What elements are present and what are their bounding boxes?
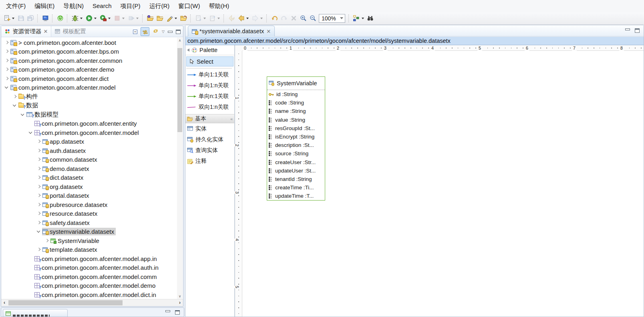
commit-dropdown[interactable]	[203, 18, 206, 19]
expander-icon[interactable]	[36, 201, 42, 208]
update-button[interactable]	[208, 14, 217, 23]
entity-field-code[interactable]: code :String	[267, 98, 325, 107]
minimize-icon[interactable]	[165, 310, 170, 312]
expander-icon[interactable]	[4, 75, 10, 82]
search-highlight-button[interactable]	[165, 14, 174, 23]
refresh-icon[interactable]	[153, 28, 159, 36]
redo-button[interactable]	[280, 14, 288, 23]
scroll-up-icon[interactable]: ∧	[177, 38, 183, 43]
open-directory-button[interactable]	[155, 14, 164, 23]
expander-icon[interactable]	[36, 183, 42, 190]
tree-item[interactable]: com.primeton.gocom.afcenter.entity	[1, 119, 177, 128]
open-console-button[interactable]	[41, 14, 50, 23]
tree-item[interactable]: com.primeton.gocom.afcenter.model.demo	[1, 281, 177, 291]
collapse-all-icon[interactable]	[133, 30, 137, 34]
search-highlight-dropdown[interactable]	[175, 18, 177, 19]
minimize-icon[interactable]	[168, 31, 173, 33]
tree-item[interactable]: > com.primeton.gocom.afcenter.boot	[1, 38, 177, 47]
entity-field-name[interactable]: name :String	[267, 107, 325, 115]
expander-icon[interactable]	[20, 111, 26, 118]
commit-button[interactable]	[194, 14, 203, 23]
menu-file[interactable]: 文件(F)	[2, 0, 30, 12]
expander-icon[interactable]	[36, 147, 42, 154]
palette-tool-select[interactable]: Select	[186, 56, 233, 66]
palette-pin-icon[interactable]: «	[230, 116, 233, 121]
tree-item[interactable]: com.primeton.gocom.afcenter.model.comm	[1, 272, 177, 281]
tree-item[interactable]: resource.datasetx	[1, 209, 177, 219]
maximize-icon[interactable]	[176, 30, 181, 34]
tree-vertical-scrollbar[interactable]: ∧ ∨	[177, 38, 183, 299]
menu-navigate[interactable]: 导航(N)	[59, 0, 88, 12]
expander-icon[interactable]	[36, 229, 42, 235]
minimize-icon[interactable]	[625, 28, 630, 30]
run-button[interactable]	[85, 14, 93, 23]
tree-item[interactable]: com.primeton.gocom.afcenter.common	[1, 56, 177, 65]
tab-resource-explorer[interactable]: 资源管理器 ✕	[1, 26, 51, 37]
boot-dashboard-button[interactable]	[56, 14, 64, 23]
menu-search[interactable]: Search	[88, 0, 116, 12]
breadcrumb[interactable]: com.primeton.gocom.afcenter.model/src/co…	[185, 36, 644, 45]
expander-icon[interactable]	[36, 175, 42, 181]
search-binoculars-button[interactable]	[366, 14, 375, 23]
expander-icon[interactable]	[36, 193, 42, 199]
tree-item[interactable]: common.datasetx	[1, 155, 177, 165]
save-all-button[interactable]	[26, 14, 35, 23]
entity-field-source[interactable]: source :String	[267, 149, 325, 158]
expander-icon[interactable]	[36, 247, 42, 253]
expander-icon[interactable]	[4, 39, 10, 46]
expander-icon[interactable]	[4, 48, 10, 55]
palette-category-basic[interactable]: 基本 «	[185, 114, 234, 123]
palette-tool-entity[interactable]: 实体	[185, 123, 234, 134]
resume-dropdown[interactable]	[136, 18, 139, 19]
zoom-out-button[interactable]	[308, 14, 317, 23]
back-dropdown[interactable]	[246, 18, 249, 19]
expander-icon[interactable]	[44, 237, 50, 244]
tree-item[interactable]: safety.datasetx	[1, 218, 177, 227]
forward-button[interactable]	[251, 14, 260, 23]
menu-edit[interactable]: 编辑(E)	[30, 0, 59, 12]
entity-title-row[interactable]: SystemVariable	[267, 77, 325, 90]
entity-field-id[interactable]: id :String	[267, 90, 325, 98]
auto-layout-button[interactable]	[352, 14, 361, 23]
delete-button[interactable]	[289, 14, 298, 23]
scroll-down-icon[interactable]: ∨	[177, 293, 183, 299]
expander-icon[interactable]	[4, 66, 10, 73]
auto-layout-dropdown[interactable]	[362, 18, 364, 19]
maximize-icon[interactable]	[635, 28, 640, 33]
resume-button[interactable]	[127, 14, 135, 23]
tree-item[interactable]: com.primeton.gocom.afcenter.demo	[1, 65, 177, 74]
import-project-button[interactable]	[146, 14, 155, 23]
palette-tool-persistent-entity[interactable]: 持久化实体	[185, 134, 234, 145]
close-icon[interactable]: ✕	[44, 29, 48, 34]
tree-item[interactable]: SystemVariable	[1, 236, 177, 245]
scrollbar-thumb[interactable]	[8, 300, 123, 305]
scroll-left-icon[interactable]: ‹	[1, 299, 8, 306]
scroll-right-icon[interactable]: ›	[177, 299, 183, 306]
tree-item[interactable]: pubresource.datasetx	[1, 200, 177, 209]
tree-item[interactable]: org.datasetx	[1, 182, 177, 191]
palette-tool-relation-1ton[interactable]: 单向1:n关联	[185, 80, 234, 91]
diagram-canvas[interactable]: SystemVariable id :String code :String n…	[242, 51, 644, 317]
debug-dropdown[interactable]	[80, 18, 83, 19]
tree-item[interactable]: 构件	[1, 92, 177, 101]
zoom-in-button[interactable]	[299, 14, 308, 23]
tree-item[interactable]: template.datasetx	[1, 245, 177, 255]
expander-icon[interactable]	[36, 211, 42, 217]
entity-systemvariable[interactable]: SystemVariable id :String code :String n…	[267, 76, 325, 201]
tree-item[interactable]: com.primeton.gocom.afcenter.model	[1, 128, 177, 137]
expander-icon[interactable]	[12, 93, 18, 100]
back-history-button[interactable]	[227, 14, 236, 23]
palette-header[interactable]: Palette	[185, 45, 234, 55]
tree-item[interactable]: com.primeton.gocom.afcenter.model.auth.i…	[1, 263, 177, 273]
menu-help[interactable]: 帮助(H)	[205, 0, 234, 12]
palette-tool-query-entity[interactable]: 查询实体	[185, 145, 234, 156]
save-button[interactable]	[16, 14, 25, 23]
tree-item[interactable]: app.datasetx	[1, 137, 177, 146]
stop-button[interactable]	[113, 14, 121, 23]
entity-field-updateuser[interactable]: updateUser :St...	[267, 167, 325, 175]
run-coverage-dropdown[interactable]	[108, 18, 111, 19]
expander-icon[interactable]	[36, 138, 42, 145]
forward-dropdown[interactable]	[260, 18, 263, 19]
tree-item[interactable]: dict.datasetx	[1, 173, 177, 183]
entity-field-tenantid[interactable]: tenantId :String	[267, 175, 325, 183]
